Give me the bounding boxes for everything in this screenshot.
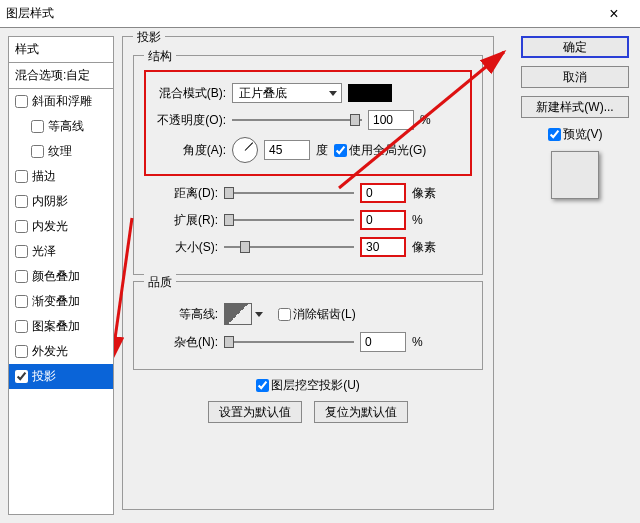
blend-mode-combo[interactable]: 正片叠底 [232,83,342,103]
preview-swatch [551,151,599,199]
window-title: 图层样式 [6,5,594,22]
spread-input[interactable] [360,210,406,230]
angle-input[interactable] [264,140,310,160]
quality-group: 品质 等高线: 消除锯齿(L) 杂色(N): % [133,281,483,370]
size-slider[interactable] [224,240,354,254]
noise-slider[interactable] [224,335,354,349]
opacity-slider[interactable] [232,113,362,127]
highlighted-block-1: 混合模式(B): 正片叠底 不透明度(O): % 角度(A): [144,70,472,176]
sidebar-item-bevel[interactable]: 斜面和浮雕 [9,89,113,114]
reset-default-button[interactable]: 复位为默认值 [314,401,408,423]
close-icon[interactable]: × [594,0,634,28]
sidebar-item-contour[interactable]: 等高线 [9,114,113,139]
distance-label: 距离(D): [144,185,218,202]
structure-group: 结构 混合模式(B): 正片叠底 不透明度(O): % 角度(A): [133,55,483,275]
sidebar-item-satin[interactable]: 光泽 [9,239,113,264]
sidebar-item-inner-shadow[interactable]: 内阴影 [9,189,113,214]
contour-picker[interactable] [224,303,252,325]
knockout-checkbox[interactable]: 图层挖空投影(U) [256,377,360,394]
right-column: 确定 取消 新建样式(W)... 预览(V) [516,28,640,523]
sidebar-header[interactable]: 样式 [9,37,113,63]
quality-title: 品质 [144,274,176,291]
distance-slider[interactable] [224,186,354,200]
antialias-checkbox[interactable]: 消除锯齿(L) [278,306,356,323]
sidebar-item-texture[interactable]: 纹理 [9,139,113,164]
angle-unit: 度 [316,142,328,159]
titlebar: 图层样式 × [0,0,640,28]
distance-input[interactable] [360,183,406,203]
opacity-input[interactable] [368,110,414,130]
sidebar-item-drop-shadow[interactable]: 投影 [9,364,113,389]
new-style-button[interactable]: 新建样式(W)... [521,96,629,118]
drop-shadow-panel: 投影 结构 混合模式(B): 正片叠底 不透明度(O): % [122,36,494,510]
noise-label: 杂色(N): [144,334,218,351]
angle-dial[interactable] [232,137,258,163]
set-default-button[interactable]: 设置为默认值 [208,401,302,423]
noise-unit: % [412,335,423,349]
noise-input[interactable] [360,332,406,352]
distance-unit: 像素 [412,185,436,202]
size-unit: 像素 [412,239,436,256]
ok-button[interactable]: 确定 [521,36,629,58]
angle-label: 角度(A): [152,142,226,159]
sidebar-item-inner-glow[interactable]: 内发光 [9,214,113,239]
global-light-checkbox[interactable]: 使用全局光(G) [334,142,426,159]
sidebar-item-gradient-overlay[interactable]: 渐变叠加 [9,289,113,314]
sidebar-item-pattern-overlay[interactable]: 图案叠加 [9,314,113,339]
size-label: 大小(S): [144,239,218,256]
panel-title: 投影 [133,29,165,46]
styles-sidebar: 样式 混合选项:自定 斜面和浮雕 等高线 纹理 描边 内阴影 内发光 光泽 颜色… [8,36,114,515]
opacity-unit: % [420,113,431,127]
blend-mode-label: 混合模式(B): [152,85,226,102]
preview-checkbox[interactable]: 预览(V) [548,126,603,143]
sidebar-item-outer-glow[interactable]: 外发光 [9,339,113,364]
spread-slider[interactable] [224,213,354,227]
opacity-label: 不透明度(O): [152,112,226,129]
contour-label: 等高线: [144,306,218,323]
shadow-color-swatch[interactable] [348,84,392,102]
cancel-button[interactable]: 取消 [521,66,629,88]
structure-title: 结构 [144,48,176,65]
size-input[interactable] [360,237,406,257]
sidebar-item-stroke[interactable]: 描边 [9,164,113,189]
dialog-body: 样式 混合选项:自定 斜面和浮雕 等高线 纹理 描边 内阴影 内发光 光泽 颜色… [0,28,640,523]
spread-unit: % [412,213,423,227]
spread-label: 扩展(R): [144,212,218,229]
sidebar-blend-options[interactable]: 混合选项:自定 [9,63,113,89]
sidebar-item-color-overlay[interactable]: 颜色叠加 [9,264,113,289]
